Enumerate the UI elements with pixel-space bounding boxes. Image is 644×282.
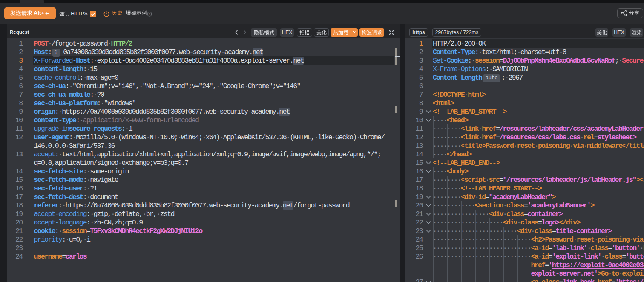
svg-text:?: ? — [149, 12, 151, 16]
